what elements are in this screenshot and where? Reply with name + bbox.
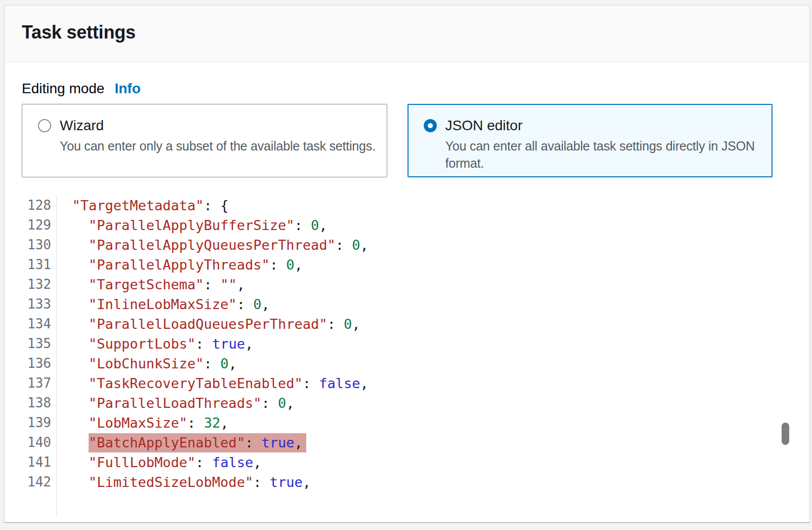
code-text: "TargetSchema": "", [51, 275, 245, 294]
code-text: "FullLobMode": false, [51, 452, 261, 472]
line-number: 137 [22, 373, 51, 393]
code-line: 141 "FullLobMode": false, [22, 452, 793, 472]
line-number: 135 [22, 334, 51, 354]
line-number: 140 [22, 433, 51, 452]
line-number: 129 [22, 215, 51, 235]
code-text: "ParallelLoadThreads": 0, [51, 393, 294, 413]
code-text: "BatchApplyEnabled": true, [51, 433, 306, 452]
radio-selected-icon[interactable] [424, 119, 437, 132]
line-number: 138 [22, 393, 51, 413]
code-text: "ParallelApplyThreads": 0, [51, 255, 303, 275]
code-text: "ParallelApplyQueuesPerThread": 0, [51, 235, 369, 255]
code-text: "LobMaxSize": 32, [51, 413, 228, 433]
code-line: 140 "BatchApplyEnabled": true, [22, 433, 793, 452]
code-line: 130 "ParallelApplyQueuesPerThread": 0, [22, 235, 793, 255]
code-line: 129 "ParallelApplyBufferSize": 0, [22, 215, 793, 235]
code-line: 137 "TaskRecoveryTableEnabled": false, [22, 373, 793, 393]
tile-wizard-description: You can enter only a subset of the avail… [60, 137, 376, 155]
tile-json-editor-description: You can enter all available task setting… [445, 137, 764, 172]
scrollbar-thumb[interactable] [782, 423, 789, 445]
radio-unselected-icon[interactable] [38, 119, 51, 132]
task-settings-panel: Task settings Editing mode Info Wizard Y… [4, 5, 810, 522]
line-number: 141 [22, 452, 51, 472]
line-number: 133 [22, 294, 51, 314]
code-text: "TaskRecoveryTableEnabled": false, [51, 373, 369, 393]
tile-json-editor-label: JSON editor [445, 117, 764, 134]
json-code-editor[interactable]: 128 "TargetMetadata": { 129 "ParallelApp… [22, 196, 793, 517]
code-line: 138 "ParallelLoadThreads": 0, [22, 393, 793, 413]
tile-json-editor[interactable]: JSON editor You can enter all available … [408, 104, 773, 177]
code-line: 139 "LobMaxSize": 32, [22, 413, 793, 433]
line-number: 132 [22, 275, 51, 294]
code-text: "InlineLobMaxSize": 0, [51, 294, 270, 314]
code-text: "ParallelLoadQueuesPerThread": 0, [51, 314, 360, 334]
editing-mode-label: Editing mode [22, 81, 104, 97]
tile-json-editor-text: JSON editor You can enter all available … [445, 117, 764, 172]
code-line: 142 "LimitedSizeLobMode": true, [22, 472, 793, 492]
code-line: 132 "TargetSchema": "", [22, 275, 793, 294]
code-text: "ParallelApplyBufferSize": 0, [51, 215, 327, 235]
tile-wizard-text: Wizard You can enter only a subset of th… [60, 117, 376, 155]
line-number: 128 [22, 196, 51, 215]
page-title: Task settings [22, 22, 136, 43]
editing-mode-row: Editing mode Info [22, 81, 141, 97]
code-text: "SupportLobs": true, [51, 334, 253, 354]
line-number: 139 [22, 413, 51, 433]
line-number: 134 [22, 314, 51, 334]
line-number: 131 [22, 255, 51, 275]
info-link[interactable]: Info [114, 81, 140, 97]
line-number: 130 [22, 235, 51, 255]
code-line: 136 "LobChunkSize": 0, [22, 354, 793, 373]
tile-wizard[interactable]: Wizard You can enter only a subset of th… [22, 104, 387, 177]
code-text: "TargetMetadata": { [51, 196, 228, 215]
code-text: "LimitedSizeLobMode": true, [51, 472, 311, 492]
code-line: 131 "ParallelApplyThreads": 0, [22, 255, 793, 275]
code-text: "LobChunkSize": 0, [51, 354, 237, 373]
code-line: 134 "ParallelLoadQueuesPerThread": 0, [22, 314, 793, 334]
tile-wizard-label: Wizard [60, 117, 376, 134]
editing-mode-tiles: Wizard You can enter only a subset of th… [22, 104, 773, 177]
code-lines: 128 "TargetMetadata": { 129 "ParallelApp… [22, 196, 793, 492]
panel-header: Task settings [5, 6, 809, 62]
line-number: 136 [22, 354, 51, 373]
code-line: 128 "TargetMetadata": { [22, 196, 793, 215]
code-line: 133 "InlineLobMaxSize": 0, [22, 294, 793, 314]
code-line: 135 "SupportLobs": true, [22, 334, 793, 354]
line-number: 142 [22, 472, 51, 492]
